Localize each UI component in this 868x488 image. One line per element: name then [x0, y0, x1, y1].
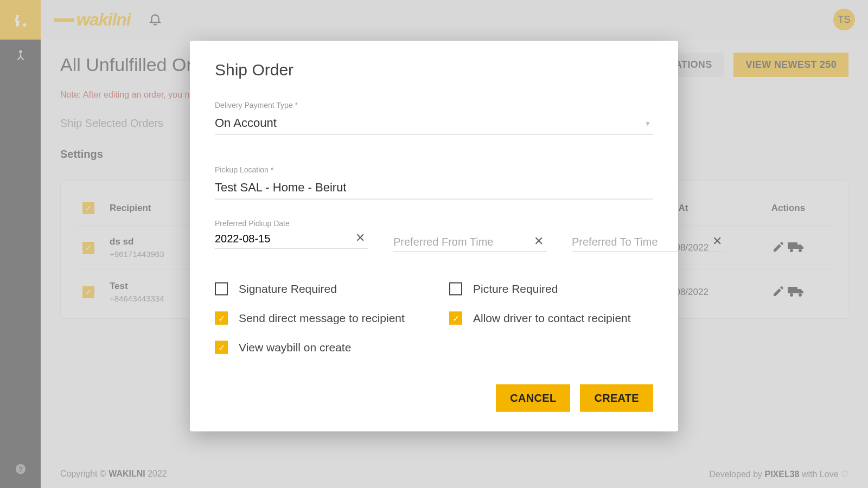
field-label: Preferred Pickup Date [215, 219, 368, 228]
checkbox-icon: ✓ [215, 312, 228, 325]
delivery-payment-type-value[interactable]: On Account [215, 113, 653, 135]
preferred-to-time-input[interactable] [572, 236, 709, 248]
signature-required-checkbox[interactable]: Signature Required [215, 282, 419, 296]
modal-title: Ship Order [215, 61, 653, 79]
preferred-from-time-input[interactable] [393, 236, 531, 248]
picture-required-checkbox[interactable]: Picture Required [449, 282, 653, 296]
checkbox-icon: ✓ [449, 312, 462, 325]
checkbox-icon [215, 282, 228, 296]
checkbox-label: View waybill on create [239, 341, 351, 354]
preferred-to-time-field[interactable]: ✕ [572, 219, 725, 252]
allow-driver-contact-checkbox[interactable]: ✓ Allow driver to contact recipient [449, 312, 653, 325]
delivery-payment-type-field[interactable]: Delivery Payment Type * On Account ▼ [215, 101, 653, 135]
checkbox-icon [449, 282, 462, 296]
clear-from-time-icon[interactable]: ✕ [531, 234, 547, 248]
ship-order-modal: Ship Order Delivery Payment Type * On Ac… [190, 41, 678, 432]
send-direct-message-checkbox[interactable]: ✓ Send direct message to recipient [215, 312, 419, 325]
clear-to-time-icon[interactable]: ✕ [709, 234, 725, 248]
field-label: Delivery Payment Type * [215, 101, 653, 110]
preferred-pickup-date-field[interactable]: Preferred Pickup Date ✕ [215, 219, 368, 252]
clear-date-icon[interactable]: ✕ [352, 231, 368, 245]
view-waybill-checkbox[interactable]: ✓ View waybill on create [215, 341, 419, 354]
cancel-button[interactable]: CANCEL [496, 384, 570, 412]
checkbox-icon: ✓ [215, 341, 228, 354]
checkbox-label: Allow driver to contact recipient [473, 312, 631, 325]
checkbox-label: Picture Required [473, 282, 558, 296]
pickup-location-field[interactable]: Pickup Location * Test SAL - Home - Beir… [215, 165, 653, 200]
preferred-from-time-field[interactable]: ✕ [393, 219, 547, 252]
create-button[interactable]: CREATE [580, 384, 653, 412]
chevron-down-icon: ▼ [644, 120, 651, 127]
field-label: Pickup Location * [215, 165, 653, 174]
checkbox-label: Send direct message to recipient [239, 312, 405, 325]
pickup-location-value[interactable]: Test SAL - Home - Beirut [215, 177, 653, 200]
checkbox-label: Signature Required [239, 282, 337, 296]
preferred-pickup-date-input[interactable] [215, 233, 352, 245]
